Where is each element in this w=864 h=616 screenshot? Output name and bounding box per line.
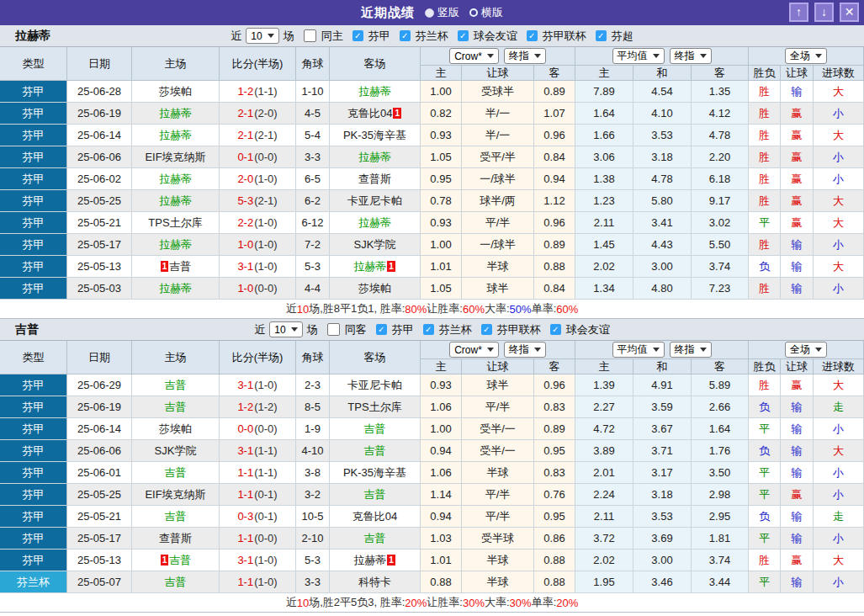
match-score: 5-3(2-1): [220, 190, 296, 212]
avg-home-odds: 7.89: [575, 81, 633, 103]
result-goals: 大: [814, 81, 864, 103]
league-cell: 芬甲: [0, 278, 67, 300]
league-filter-checkbox[interactable]: ✓: [527, 30, 538, 41]
handicap-away-odds: 0.96: [534, 374, 575, 396]
result-value: 赢: [792, 150, 803, 165]
summary-part: 60%: [463, 303, 485, 316]
odds-time-select[interactable]: 终指: [504, 342, 546, 358]
result-outcome: 平: [749, 418, 781, 440]
match-score: 1-2(1-2): [220, 396, 296, 418]
close-button[interactable]: ✕: [840, 3, 859, 22]
avg-away-odds: 4.78: [692, 125, 749, 146]
league-filter-checkbox[interactable]: ✓: [423, 324, 434, 335]
recent-count-select[interactable]: 10: [246, 28, 278, 44]
away-team-name: 卡亚尼卡帕: [347, 194, 402, 209]
summary-part: 10: [297, 303, 309, 316]
result-handicap: 赢: [781, 484, 814, 506]
result-value: 赢: [792, 487, 803, 502]
result-value: 赢: [792, 215, 803, 231]
league-filter-checkbox[interactable]: ✓: [400, 30, 411, 41]
table-header: 类型日期主场比分(半场)角球客场Crow*终指平均值终指全场主让球客主和客胜负让…: [0, 47, 864, 81]
league-cell: 芬甲: [0, 484, 67, 506]
avg-home-odds: 1.64: [575, 103, 633, 125]
corner-score: 5-4: [296, 125, 330, 146]
handicap-away-odds: 0.96: [534, 125, 575, 146]
check-icon: ✓: [483, 326, 490, 334]
match-score: 2-2(1-0): [220, 212, 296, 234]
result-goals: 小: [814, 278, 864, 300]
check-icon: ✓: [401, 32, 408, 40]
avg-odds-time-select[interactable]: 终指: [670, 342, 712, 358]
league-filter-checkbox[interactable]: ✓: [376, 324, 387, 335]
recent-count-select[interactable]: 10: [269, 321, 302, 337]
match-date: 25-06-28: [67, 81, 132, 103]
odds-company-select[interactable]: Crow*: [449, 342, 499, 358]
odds-time-select[interactable]: 终指: [504, 48, 546, 64]
result-outcome: 胜: [749, 168, 781, 190]
league-cell: 芬甲: [0, 146, 67, 168]
down-arrow-icon: ↓: [821, 5, 827, 19]
column-header: 日期: [67, 47, 132, 81]
chevron-down-icon: [268, 34, 274, 38]
result-value: 输: [792, 465, 803, 481]
league-filter-label: 球会友谊: [566, 322, 610, 337]
home-team-name: 拉赫蒂: [159, 237, 192, 252]
avg-home-odds: 1.39: [575, 374, 633, 396]
match-date: 25-05-13: [67, 550, 132, 571]
same-venue-checkbox[interactable]: [304, 29, 316, 42]
result-outcome: 平: [749, 571, 781, 593]
full-match-select[interactable]: 全场: [785, 342, 827, 358]
league-cell: 芬甲: [0, 212, 67, 234]
up-arrow-icon: ↑: [796, 5, 802, 19]
match-row: 芬甲25-05-131吉普3-1(1-0)5-3拉赫蒂11.01半球0.882.…: [0, 256, 864, 278]
full-match-select[interactable]: 全场: [785, 48, 827, 64]
home-team-name: 拉赫蒂: [159, 194, 192, 209]
column-header: 比分(半场): [220, 47, 296, 81]
league-filter-checkbox[interactable]: ✓: [550, 324, 561, 335]
result-value: 大: [833, 194, 844, 209]
avg-home-odds: 2.02: [575, 550, 633, 571]
league-filter-checkbox[interactable]: ✓: [352, 30, 363, 41]
move-down-button[interactable]: ↓: [814, 3, 834, 22]
sub-column-header: 让球: [781, 359, 814, 374]
result-value: 赢: [792, 128, 803, 143]
handicap-line: 半球: [462, 550, 534, 571]
avg-draw-odds: 4.78: [633, 168, 692, 190]
avg-draw-odds: 3.18: [633, 146, 692, 168]
result-scope-dropdown: 全场: [749, 341, 864, 359]
halftime-score: (2-0): [254, 107, 277, 119]
result-handicap: 赢: [781, 146, 814, 168]
away-team-name: 拉赫蒂: [358, 150, 391, 165]
move-up-button[interactable]: ↑: [789, 3, 808, 22]
result-goals: 小: [814, 571, 864, 593]
handicap-away-odds: 0.88: [534, 571, 575, 593]
avg-home-odds: 2.27: [575, 396, 633, 418]
layout-mode-option-horizontal[interactable]: 横版: [469, 5, 503, 20]
league-filter-checkbox[interactable]: ✓: [481, 324, 492, 335]
result-value: 大: [833, 128, 844, 143]
summary-part: 近: [286, 595, 297, 610]
avg-odds-select[interactable]: 平均值: [612, 342, 665, 358]
away-team-name: SJK学院: [354, 237, 396, 252]
odds-time-select-value: 终指: [509, 49, 529, 63]
avg-draw-odds: 3.18: [633, 484, 692, 506]
league-cell: 芬甲: [0, 374, 67, 396]
chevron-down-icon: [653, 348, 660, 352]
result-goals: 小: [814, 484, 864, 506]
league-filter-checkbox[interactable]: ✓: [458, 30, 469, 41]
layout-mode-option-vertical[interactable]: 竖版: [425, 5, 459, 20]
avg-odds-time-select[interactable]: 终指: [670, 48, 712, 64]
odds-company-select[interactable]: Crow*: [449, 48, 499, 64]
avg-odds-select[interactable]: 平均值: [612, 48, 665, 64]
summary-part: 10: [297, 597, 309, 609]
match-score: 0-0(0-0): [220, 418, 296, 440]
result-value: 负: [759, 443, 770, 459]
away-team-name: TPS土尔库: [347, 400, 401, 415]
same-venue-checkbox[interactable]: [327, 323, 340, 336]
league-filter-checkbox[interactable]: ✓: [596, 30, 607, 41]
result-goals: 小: [814, 234, 864, 256]
sub-column-header: 主: [575, 66, 633, 81]
match-date: 25-05-25: [67, 484, 132, 506]
avg-draw-odds: 3.53: [633, 506, 692, 528]
result-handicap: 赢: [781, 374, 814, 396]
